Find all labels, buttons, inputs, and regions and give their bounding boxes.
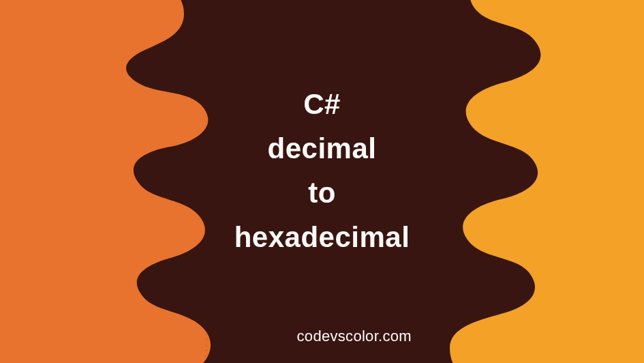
- title-line-4: hexadecimal: [234, 215, 410, 259]
- title-line-3: to: [234, 171, 410, 215]
- title-line-1: C#: [234, 82, 410, 126]
- banner-graphic: C# decimal to hexadecimal codevscolor.co…: [0, 0, 644, 363]
- title-block: C# decimal to hexadecimal: [234, 82, 410, 259]
- watermark-text: codevscolor.com: [297, 328, 412, 345]
- title-line-2: decimal: [234, 126, 410, 171]
